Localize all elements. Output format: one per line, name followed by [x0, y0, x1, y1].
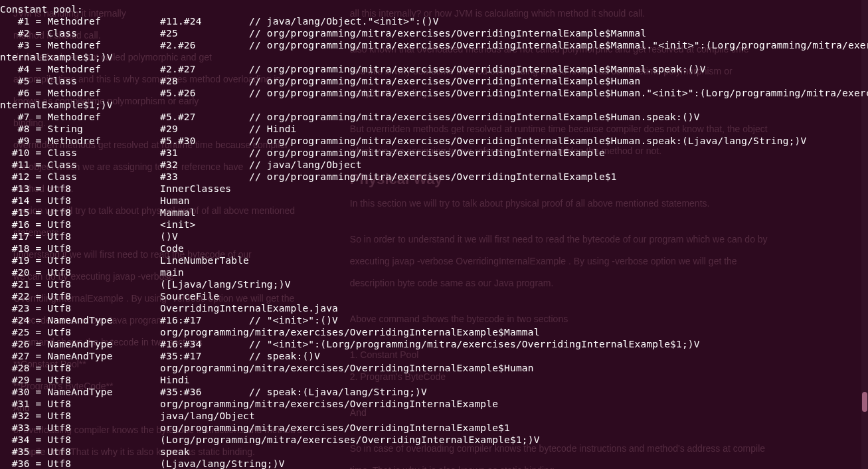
- terminal-output[interactable]: Constant pool: #1 = Methodref #11.#24 //…: [0, 0, 868, 469]
- scrollbar-track[interactable]: [861, 0, 868, 469]
- scrollbar-thumb[interactable]: [862, 392, 867, 412]
